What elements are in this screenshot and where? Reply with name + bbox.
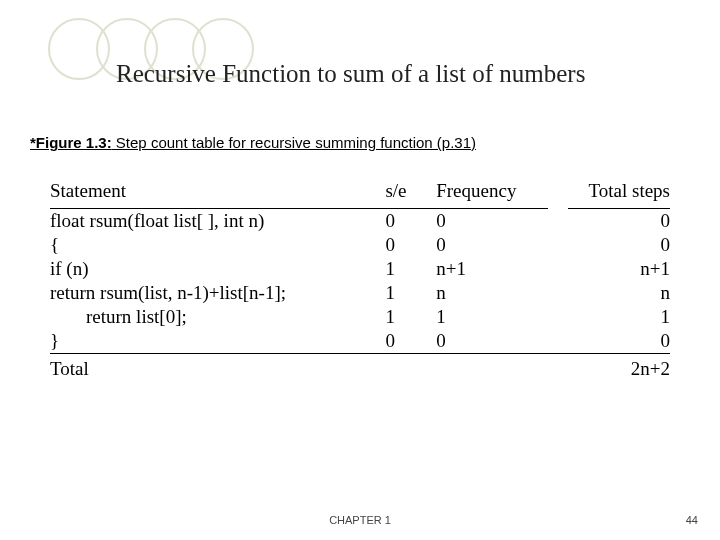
cell-se: 1 <box>385 281 436 305</box>
cell-freq: 1 <box>436 305 548 329</box>
total-value: 2n+2 <box>568 354 670 381</box>
figure-caption-text: Step count table for recursive summing f… <box>112 134 476 151</box>
cell-statement: return list[0]; <box>50 305 385 329</box>
figure-caption: *Figure 1.3: Step count table for recurs… <box>30 134 476 151</box>
header-total: Total steps <box>568 180 670 209</box>
cell-se: 0 <box>385 233 436 257</box>
table-total-row: Total 2n+2 <box>50 354 670 381</box>
cell-total: n <box>568 281 670 305</box>
cell-se: 0 <box>385 209 436 234</box>
cell-se: 1 <box>385 305 436 329</box>
cell-total: n+1 <box>568 257 670 281</box>
cell-statement: { <box>50 233 385 257</box>
cell-total: 0 <box>568 233 670 257</box>
table-row: if (n) 1 n+1 n+1 <box>50 257 670 281</box>
footer-chapter: CHAPTER 1 <box>0 514 720 526</box>
cell-statement: return rsum(list, n-1)+list[n-1]; <box>50 281 385 305</box>
cell-freq: n+1 <box>436 257 548 281</box>
step-count-table: Statement s/e Frequency Total steps floa… <box>50 180 670 380</box>
cell-freq: 0 <box>436 209 548 234</box>
cell-se: 1 <box>385 257 436 281</box>
cell-total: 0 <box>568 329 670 354</box>
cell-se: 0 <box>385 329 436 354</box>
cell-freq: 0 <box>436 233 548 257</box>
cell-statement: float rsum(float list[ ], int n) <box>50 209 385 234</box>
cell-total: 0 <box>568 209 670 234</box>
figure-number: *Figure 1.3: <box>30 134 112 151</box>
table-header-row: Statement s/e Frequency Total steps <box>50 180 670 209</box>
slide-title: Recursive Function to sum of a list of n… <box>116 60 585 88</box>
cell-freq: n <box>436 281 548 305</box>
total-label: Total <box>50 354 385 381</box>
table-row: { 0 0 0 <box>50 233 670 257</box>
cell-total: 1 <box>568 305 670 329</box>
footer-page-number: 44 <box>686 514 698 526</box>
header-se: s/e <box>385 180 436 209</box>
header-statement: Statement <box>50 180 385 209</box>
table-row: } 0 0 0 <box>50 329 670 354</box>
cell-statement: } <box>50 329 385 354</box>
cell-freq: 0 <box>436 329 548 354</box>
table-row: float rsum(float list[ ], int n) 0 0 0 <box>50 209 670 234</box>
cell-statement: if (n) <box>50 257 385 281</box>
header-frequency: Frequency <box>436 180 548 209</box>
table-row: return rsum(list, n-1)+list[n-1]; 1 n n <box>50 281 670 305</box>
table-row: return list[0]; 1 1 1 <box>50 305 670 329</box>
